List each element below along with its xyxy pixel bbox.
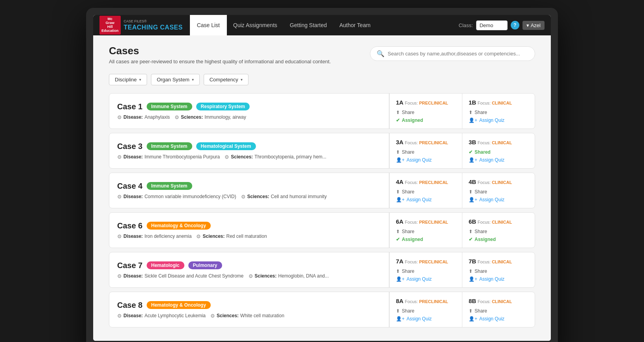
focus-value: PRECLINICAL (419, 140, 448, 145)
quiz-panel-7b: 7B Focus: CLINICAL ⬆ Share 👤+ Assign Qui… (462, 252, 535, 287)
check-icon: ✔ (396, 237, 400, 242)
share-button[interactable]: ⬆ Share (396, 308, 456, 314)
case-main-3: Case 6 Hematology & Oncology ⚙ Disease: … (109, 215, 389, 246)
quiz-panel-id: 1A Focus: PRECLINICAL (396, 99, 456, 106)
assign-quiz-button[interactable]: 👤+ Assign Quiz (469, 197, 528, 202)
disease-item: ⚙ Disease: Common variable immunodeficie… (117, 194, 236, 200)
assign-quiz-button[interactable]: 👤+ Assign Quiz (396, 276, 456, 282)
assign-quiz-button[interactable]: 👤+ Assign Quiz (469, 316, 528, 322)
focus-value: CLINICAL (492, 220, 512, 224)
share-icon: ⬆ (396, 229, 400, 234)
assign-quiz-button[interactable]: 👤+ Assign Quiz (396, 197, 456, 202)
case-row: Case 4 Immune System ⚙ Disease: Common v… (109, 173, 535, 208)
gear-icon: ⚙ (117, 313, 122, 319)
disease-item: ⚙ Disease: Sickle Cell Disease and Acute… (117, 273, 244, 279)
share-icon: ⬆ (469, 308, 473, 314)
share-button[interactable]: ⬆ Share (396, 189, 456, 195)
share-button[interactable]: ⬆ Share (469, 189, 528, 195)
quiz-panel-id: 1B Focus: CLINICAL (469, 99, 528, 106)
share-button[interactable]: ⬆ Share (469, 110, 528, 115)
mcgraw-hill-logo: McGrawHillEducation (99, 16, 121, 35)
share-button[interactable]: ⬆ Share (396, 149, 456, 155)
quiz-panel-3a: 3A Focus: PRECLINICAL ⬆ Share 👤+ Assign … (389, 133, 462, 168)
assigned-button[interactable]: ✔ Assigned (469, 237, 528, 242)
quiz-actions: ⬆ Share ✔ Assigned (396, 110, 456, 123)
share-button[interactable]: ⬆ Share (396, 110, 456, 115)
sciences-item: ⚙ Sciences: Thrombocytopenia, primary he… (224, 154, 326, 160)
share-button[interactable]: ⬆ Share (396, 229, 456, 234)
case-tag: Immune System (147, 103, 192, 110)
quiz-panel-3b: 3B Focus: CLINICAL ✔ Shared 👤+ Assign Qu… (462, 133, 535, 168)
focus-value: CLINICAL (492, 140, 512, 145)
case-row: Case 1 Immune SystemRespiratory System ⚙… (109, 93, 535, 129)
assign-quiz-button[interactable]: 👤+ Assign Quiz (469, 157, 528, 163)
case-tag: Immune System (147, 142, 192, 150)
quiz-actions: ⬆ Share 👤+ Assign Quiz (469, 189, 528, 202)
tab-quiz-assignments[interactable]: Quiz Assignments (227, 15, 283, 35)
competency-filter[interactable]: Competency (204, 74, 248, 85)
assigned-button[interactable]: ✔ Assigned (396, 237, 456, 242)
tab-author-team[interactable]: Author Team (333, 15, 377, 35)
organ-system-filter[interactable]: Organ System (151, 74, 200, 85)
share-icon: ⬆ (396, 149, 400, 155)
case-main-2: Case 4 Immune System ⚙ Disease: Common v… (109, 175, 389, 206)
sciences-item: ⚙ Sciences: Cell and humoral immunity (241, 194, 327, 200)
check-icon: ✔ (396, 118, 400, 123)
quiz-panel-id: 4A Focus: PRECLINICAL (396, 178, 456, 185)
case-tag: Hematological System (196, 142, 256, 150)
quiz-actions: ⬆ Share 👤+ Assign Quiz (469, 110, 528, 123)
add-user-icon: 👤+ (469, 276, 477, 282)
case-header: Case 8 Hematology & Oncology (117, 301, 381, 310)
share-icon: ⬆ (469, 229, 473, 234)
assign-quiz-button[interactable]: 👤+ Assign Quiz (469, 118, 528, 123)
quiz-panel-6a: 6A Focus: PRECLINICAL ⬆ Share ✔ Assigned (389, 213, 462, 248)
search-input[interactable] (388, 51, 528, 57)
assign-quiz-button[interactable]: 👤+ Assign Quiz (469, 276, 528, 282)
sciences-item: ⚙ Sciences: White cell maturation (210, 313, 284, 319)
check-icon: ✔ (469, 149, 473, 155)
check-icon: ✔ (469, 237, 473, 242)
case-row: Case 7 HematologicPulmonary ⚙ Disease: S… (109, 252, 535, 288)
logo: McGrawHillEducation CASE FILES® TEACHING… (99, 16, 183, 35)
quiz-actions: ⬆ Share 👤+ Assign Quiz (396, 268, 456, 282)
quiz-panel-id: 6B Focus: CLINICAL (469, 218, 528, 225)
quiz-panel-7a: 7A Focus: PRECLINICAL ⬆ Share 👤+ Assign … (389, 252, 462, 287)
case-row: Case 8 Hematology & Oncology ⚙ Disease: … (109, 292, 535, 327)
tab-getting-started[interactable]: Getting Started (283, 15, 333, 35)
shared-button[interactable]: ✔ Shared (469, 149, 528, 155)
share-button[interactable]: ⬆ Share (469, 308, 528, 314)
sciences-value: Hemoglobin, DNA and... (278, 273, 329, 279)
share-button[interactable]: ⬆ Share (469, 229, 528, 234)
page-header-row: Cases All cases are peer-reviewed to ens… (109, 45, 535, 71)
nav-right: Class: ? ▾ Azel (459, 20, 545, 30)
filter-bar: Discipline Organ System Competency (109, 74, 535, 85)
quiz-actions: ⬆ Share ✔ Assigned (469, 229, 528, 242)
case-main-0: Case 1 Immune SystemRespiratory System ⚙… (109, 96, 389, 127)
class-input[interactable] (476, 20, 508, 30)
share-button[interactable]: ⬆ Share (396, 268, 456, 274)
share-icon: ⬆ (469, 189, 473, 195)
gear-icon-2: ⚙ (175, 114, 179, 120)
disease-item: ⚙ Disease: Acute Lymphocytic Leukemia (117, 313, 206, 319)
case-tag: Hematologic (147, 261, 184, 269)
case-tag: Hematology & Oncology (147, 301, 211, 309)
assign-quiz-button[interactable]: 👤+ Assign Quiz (396, 157, 456, 163)
tab-case-list[interactable]: Case List (190, 15, 227, 35)
quiz-panel-id: 4B Focus: CLINICAL (469, 178, 528, 185)
case-number: Case 8 (117, 301, 143, 310)
help-button[interactable]: ? (511, 21, 519, 29)
assign-quiz-button[interactable]: 👤+ Assign Quiz (396, 316, 456, 322)
quiz-panel-id: 3A Focus: PRECLINICAL (396, 139, 456, 145)
laptop-screen: McGrawHillEducation CASE FILES® TEACHING… (93, 15, 551, 341)
quiz-panel-1a: 1A Focus: PRECLINICAL ⬆ Share ✔ Assigned (389, 94, 462, 129)
quiz-panels: 4A Focus: PRECLINICAL ⬆ Share 👤+ Assign … (389, 173, 535, 208)
gear-icon-2: ⚙ (248, 273, 253, 279)
discipline-filter[interactable]: Discipline (109, 74, 147, 85)
user-menu-button[interactable]: ▾ Azel (523, 21, 545, 30)
share-button[interactable]: ⬆ Share (469, 268, 528, 274)
quiz-panel-id: 8B Focus: CLINICAL (469, 298, 528, 304)
assigned-button[interactable]: ✔ Assigned (396, 118, 456, 123)
quiz-panels: 1A Focus: PRECLINICAL ⬆ Share ✔ Assigned… (389, 94, 535, 129)
disease-value: Anaphylaxis (144, 114, 170, 120)
focus-value: CLINICAL (492, 101, 512, 105)
